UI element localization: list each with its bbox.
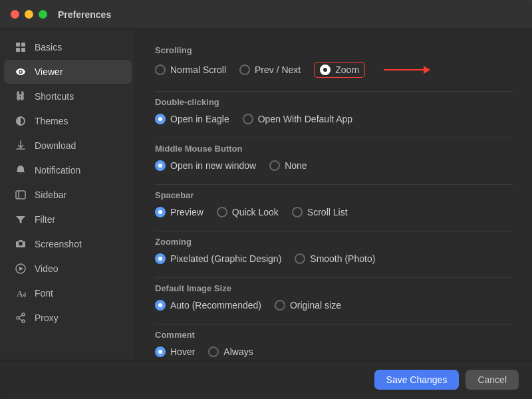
label-auto: Auto (Recommended) — [170, 300, 261, 311]
divider-5 — [155, 277, 513, 278]
sidebar-label-viewer: Viewer — [35, 66, 63, 77]
radio-normal-scroll[interactable] — [155, 65, 166, 75]
section-scrolling: Scrolling Normal Scroll Prev / Next Zoom — [155, 45, 513, 78]
radio-always[interactable] — [208, 346, 219, 357]
middle-mouse-options: Open in new window None — [155, 160, 513, 171]
sidebar-item-viewer[interactable]: Viewer — [4, 60, 132, 84]
main-panel: Scrolling Normal Scroll Prev / Next Zoom — [136, 29, 532, 360]
traffic-lights — [11, 10, 47, 19]
close-button[interactable] — [11, 10, 19, 19]
radio-preview[interactable] — [155, 207, 166, 217]
sidebar-label-download: Download — [35, 140, 76, 151]
radio-prev-next[interactable] — [239, 65, 250, 75]
maximize-button[interactable] — [39, 10, 47, 19]
svg-text:Aa: Aa — [17, 289, 26, 299]
command-icon — [15, 90, 27, 102]
sidebar-label-proxy: Proxy — [35, 313, 59, 323]
section-title-zooming: Zooming — [155, 237, 513, 247]
svg-rect-4 — [16, 191, 25, 199]
sidebar-item-font[interactable]: Aa Font — [4, 281, 132, 305]
window-title: Preferences — [58, 9, 111, 20]
sidebar-label-shortcuts: Shortcuts — [35, 91, 74, 102]
label-prev-next: Prev / Next — [255, 65, 301, 75]
radio-smooth[interactable] — [295, 253, 305, 264]
label-smooth: Smooth (Photo) — [310, 253, 375, 264]
font-icon: Aa — [15, 287, 27, 299]
radio-original[interactable] — [275, 300, 285, 311]
open-default-app[interactable]: Open With Default App — [243, 114, 352, 124]
label-none: None — [285, 160, 307, 171]
spacebar-scroll-list[interactable]: Scroll List — [292, 207, 348, 217]
radio-none[interactable] — [269, 160, 280, 171]
radio-auto[interactable] — [155, 300, 166, 311]
svg-rect-2 — [16, 48, 20, 52]
sidebar-label-font: Font — [35, 288, 53, 299]
divider-6 — [155, 324, 513, 325]
open-new-window[interactable]: Open in new window — [155, 160, 256, 171]
radio-scroll-list[interactable] — [292, 207, 303, 217]
radio-zoom[interactable] — [320, 65, 331, 75]
sidebar-label-filter: Filter — [35, 214, 55, 225]
spacebar-quick-look[interactable]: Quick Look — [217, 207, 279, 217]
scrolling-normal[interactable]: Normal Scroll — [155, 65, 226, 75]
section-title-spacebar: Spacebar — [155, 190, 513, 200]
zoom-smooth[interactable]: Smooth (Photo) — [295, 253, 375, 264]
section-zooming: Zooming Pixelated (Graphic Design) Smoot… — [155, 237, 513, 264]
zoom-pixelated[interactable]: Pixelated (Graphic Design) — [155, 253, 281, 264]
double-clicking-options: Open in Eagle Open With Default App — [155, 114, 513, 124]
themes-icon — [15, 115, 27, 127]
arrow-head — [424, 66, 430, 74]
svg-point-10 — [17, 317, 19, 319]
section-spacebar: Spacebar Preview Quick Look Scroll List — [155, 190, 513, 217]
zooming-options: Pixelated (Graphic Design) Smooth (Photo… — [155, 253, 513, 264]
save-changes-button[interactable]: Save Changes — [374, 370, 460, 390]
minimize-button[interactable] — [25, 10, 33, 19]
radio-open-eagle[interactable] — [155, 114, 166, 124]
sidebar-item-shortcuts[interactable]: Shortcuts — [4, 84, 132, 108]
titlebar: Preferences — [0, 0, 532, 29]
sidebar-item-screenshot[interactable]: Screenshot — [4, 232, 132, 256]
svg-line-13 — [19, 319, 22, 321]
comment-hover[interactable]: Hover — [155, 346, 195, 357]
sidebar-label-basics: Basics — [35, 42, 62, 53]
section-comment: Comment Hover Always — [155, 330, 513, 357]
grid-icon — [15, 41, 27, 53]
preferences-window: Preferences Basics — [0, 0, 532, 399]
sidebar-item-proxy[interactable]: Proxy — [4, 306, 132, 330]
sidebar-item-filter[interactable]: Filter — [4, 207, 132, 231]
divider-3 — [155, 184, 513, 185]
radio-open-new-window[interactable] — [155, 160, 166, 171]
section-middle-mouse: Middle Mouse Button Open in new window N… — [155, 144, 513, 171]
section-title-scrolling: Scrolling — [155, 45, 513, 55]
sidebar-item-sidebar[interactable]: Sidebar — [4, 183, 132, 207]
none-option[interactable]: None — [269, 160, 307, 171]
sidebar: Basics Viewer Shortcuts — [0, 29, 136, 360]
sidebar-item-basics[interactable]: Basics — [4, 35, 132, 59]
sidebar-label-screenshot: Screenshot — [35, 239, 82, 249]
label-quick-look: Quick Look — [232, 207, 279, 217]
size-original[interactable]: Original size — [275, 300, 341, 311]
label-zoom: Zoom — [335, 65, 359, 75]
open-in-eagle[interactable]: Open in Eagle — [155, 114, 229, 124]
radio-open-default[interactable] — [243, 114, 253, 124]
sidebar-label-sidebar: Sidebar — [35, 190, 66, 200]
scrolling-prev-next[interactable]: Prev / Next — [239, 65, 301, 75]
sidebar-item-download[interactable]: Download — [4, 134, 132, 158]
sidebar-item-video[interactable]: Video — [4, 257, 132, 281]
sidebar-label-themes: Themes — [35, 116, 68, 126]
radio-pixelated[interactable] — [155, 253, 166, 264]
label-open-default: Open With Default App — [258, 114, 352, 124]
comment-always[interactable]: Always — [208, 346, 253, 357]
download-icon — [15, 140, 27, 152]
radio-quick-look[interactable] — [217, 207, 227, 217]
svg-point-11 — [22, 320, 25, 323]
size-auto[interactable]: Auto (Recommended) — [155, 300, 261, 311]
scrolling-zoom[interactable]: Zoom — [314, 62, 365, 78]
label-original: Original size — [290, 300, 341, 311]
radio-hover[interactable] — [155, 346, 166, 357]
sidebar-item-notification[interactable]: Notification — [4, 158, 132, 182]
sidebar-item-themes[interactable]: Themes — [4, 109, 132, 133]
cancel-button[interactable]: Cancel — [466, 370, 519, 390]
spacebar-preview[interactable]: Preview — [155, 207, 203, 217]
section-double-clicking: Double-clicking Open in Eagle Open With … — [155, 97, 513, 124]
